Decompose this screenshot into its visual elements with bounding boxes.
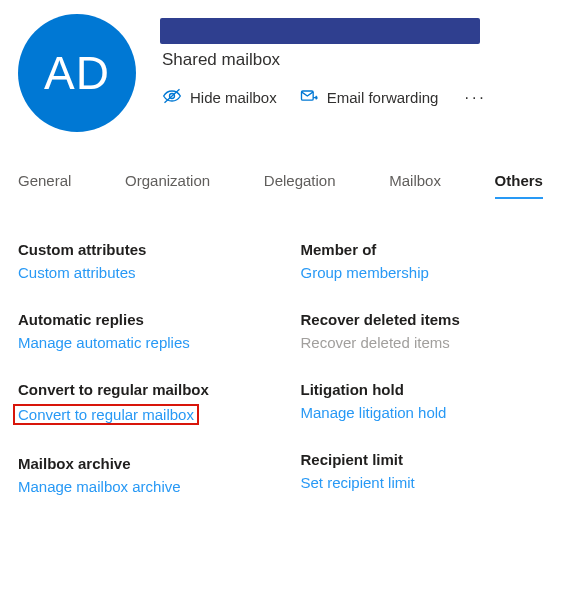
left-column: Custom attributes Custom attributes Auto… bbox=[18, 241, 261, 525]
tabs-bar: General Organization Delegation Mailbox … bbox=[0, 166, 561, 199]
convert-link[interactable]: Convert to regular mailbox bbox=[13, 404, 199, 425]
recover-title: Recover deleted items bbox=[301, 311, 544, 328]
right-column: Member of Group membership Recover delet… bbox=[301, 241, 544, 525]
litigation-link[interactable]: Manage litigation hold bbox=[301, 404, 447, 421]
hide-mailbox-action[interactable]: Hide mailbox bbox=[162, 86, 277, 109]
tab-mailbox[interactable]: Mailbox bbox=[389, 166, 441, 199]
recipient-link[interactable]: Set recipient limit bbox=[301, 474, 415, 491]
recover-link: Recover deleted items bbox=[301, 334, 450, 351]
eye-hidden-icon bbox=[162, 86, 182, 109]
header-right: Shared mailbox Hide mailbox bbox=[136, 14, 543, 109]
custom-attributes-title: Custom attributes bbox=[18, 241, 261, 258]
avatar-initials: AD bbox=[44, 46, 110, 100]
main-content: Custom attributes Custom attributes Auto… bbox=[0, 199, 561, 525]
section-recover: Recover deleted items Recover deleted it… bbox=[301, 311, 544, 351]
header-actions: Hide mailbox Email forwarding ··· bbox=[160, 86, 543, 109]
email-forwarding-action[interactable]: Email forwarding bbox=[299, 86, 439, 109]
tab-others[interactable]: Others bbox=[495, 166, 543, 199]
details-header: AD Shared mailbox Hide mailbox bbox=[0, 0, 561, 132]
email-forwarding-label: Email forwarding bbox=[327, 89, 439, 106]
section-member-of: Member of Group membership bbox=[301, 241, 544, 281]
tab-general[interactable]: General bbox=[18, 166, 71, 199]
name-redacted-bar bbox=[160, 18, 480, 44]
mail-forward-icon bbox=[299, 86, 319, 109]
litigation-title: Litigation hold bbox=[301, 381, 544, 398]
section-custom-attributes: Custom attributes Custom attributes bbox=[18, 241, 261, 281]
custom-attributes-link[interactable]: Custom attributes bbox=[18, 264, 136, 281]
archive-title: Mailbox archive bbox=[18, 455, 261, 472]
recipient-title: Recipient limit bbox=[301, 451, 544, 468]
member-of-title: Member of bbox=[301, 241, 544, 258]
automatic-replies-title: Automatic replies bbox=[18, 311, 261, 328]
convert-title: Convert to regular mailbox bbox=[18, 381, 261, 398]
mailbox-type-label: Shared mailbox bbox=[160, 50, 543, 70]
automatic-replies-link[interactable]: Manage automatic replies bbox=[18, 334, 190, 351]
section-convert: Convert to regular mailbox Convert to re… bbox=[18, 381, 261, 425]
more-actions-button[interactable]: ··· bbox=[460, 89, 490, 107]
avatar: AD bbox=[18, 14, 136, 132]
tab-delegation[interactable]: Delegation bbox=[264, 166, 336, 199]
tab-organization[interactable]: Organization bbox=[125, 166, 210, 199]
section-litigation: Litigation hold Manage litigation hold bbox=[301, 381, 544, 421]
archive-link[interactable]: Manage mailbox archive bbox=[18, 478, 181, 495]
hide-mailbox-label: Hide mailbox bbox=[190, 89, 277, 106]
member-of-link[interactable]: Group membership bbox=[301, 264, 429, 281]
section-archive: Mailbox archive Manage mailbox archive bbox=[18, 455, 261, 495]
section-recipient: Recipient limit Set recipient limit bbox=[301, 451, 544, 491]
section-automatic-replies: Automatic replies Manage automatic repli… bbox=[18, 311, 261, 351]
